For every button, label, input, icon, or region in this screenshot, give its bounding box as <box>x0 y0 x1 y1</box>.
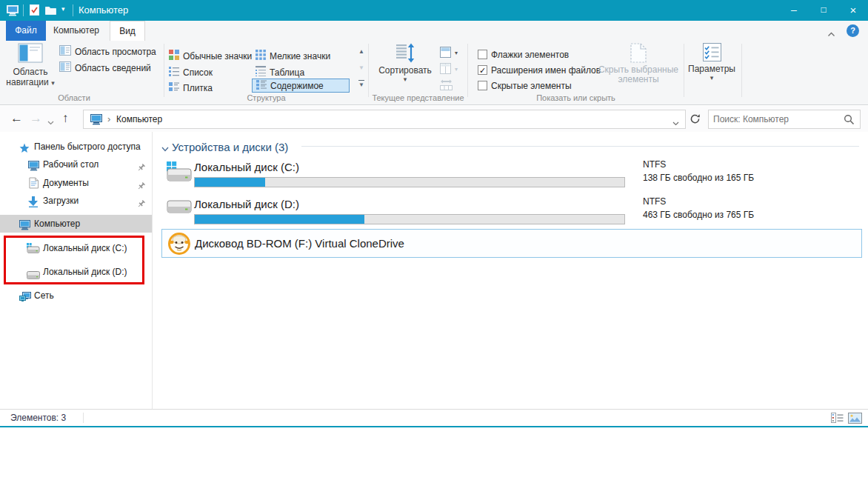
content-view-icon <box>256 79 267 92</box>
layout-more-icon[interactable]: ▼ <box>358 80 364 88</box>
breadcrumb-path[interactable]: Компьютер <box>116 114 162 124</box>
details-view-toggle-icon[interactable] <box>831 413 844 425</box>
collapse-ribbon-icon[interactable] <box>827 29 835 39</box>
breadcrumb-bar[interactable]: › Компьютер <box>83 110 686 129</box>
forward-button[interactable]: → <box>30 111 42 126</box>
list-view-icon <box>169 66 179 79</box>
group-collapse-icon[interactable] <box>161 144 169 154</box>
search-icon[interactable] <box>844 114 855 127</box>
checkbox[interactable] <box>478 81 487 90</box>
checkbox-item-checkboxes[interactable]: Флажки элементов <box>478 47 569 61</box>
app-icon <box>7 5 19 19</box>
qat-new-folder-button[interactable] <box>45 6 56 17</box>
view-label: Мелкие значки <box>270 51 330 61</box>
content-pane: Устройства и диски (3) Локальный диск (C… <box>153 132 868 409</box>
sidebar-item-downloads[interactable]: Загрузки <box>0 192 152 210</box>
panes-group-label: Области <box>7 93 141 102</box>
titlebar-separator <box>23 4 24 16</box>
sidebar-item-label: Документы <box>43 174 89 192</box>
search-box[interactable] <box>708 110 861 129</box>
view-list[interactable]: Список <box>169 65 213 79</box>
group-by-icon <box>440 47 451 60</box>
layout-scroll-up-icon[interactable]: ▲ <box>358 48 364 55</box>
help-icon[interactable]: ? <box>847 24 859 37</box>
preview-pane-button[interactable]: Область просмотра <box>59 44 156 59</box>
navigation-pane-label-line2: навигации ▾ <box>4 77 56 87</box>
view-normal-icons[interactable]: Обычные значки <box>169 49 252 63</box>
navigation-pane-button[interactable]: Область навигации ▾ <box>4 43 56 90</box>
drive-c-usage-bar <box>194 177 625 187</box>
tab-file[interactable]: Файл <box>6 21 46 41</box>
recent-locations-dropdown-icon[interactable] <box>47 117 54 127</box>
sort-icon <box>395 55 415 65</box>
address-bar: ← → ↑ › Компьютер <box>0 106 868 132</box>
thumbnail-view-toggle-icon[interactable] <box>848 413 862 426</box>
view-content[interactable]: Содержимое <box>252 79 350 93</box>
back-button[interactable]: ← <box>10 111 23 126</box>
add-columns-button[interactable]: ▾ <box>440 62 458 76</box>
group-by-button[interactable]: ▾ <box>440 46 458 60</box>
drive-name: Дисковод BD-ROM (F:) Virtual CloneDrive <box>195 230 404 257</box>
breadcrumb-separator[interactable]: › <box>107 113 110 124</box>
tab-computer[interactable]: Компьютер <box>47 21 105 41</box>
ribbon: Область навигации ▾ Область просмотра Об… <box>0 41 868 105</box>
refresh-icon[interactable] <box>690 113 701 127</box>
view-table[interactable]: Таблица <box>256 65 304 79</box>
qat-customize-dropdown[interactable]: ▾ <box>61 5 65 13</box>
view-small-icons[interactable]: Мелкие значки <box>256 49 330 63</box>
statusbar-divider <box>83 413 84 423</box>
sidebar-item-label: Компьютер <box>34 215 80 233</box>
window-title: Компьютер <box>79 0 128 21</box>
hide-selected-button: Скрыть выбранные элементы <box>583 43 694 92</box>
drive-d-icon <box>167 200 192 220</box>
sidebar-item-documents[interactable]: Документы <box>0 174 152 192</box>
drive-name: Локальный диск (C:) <box>194 161 299 173</box>
checkbox[interactable]: ✓ <box>478 65 487 75</box>
hide-selected-icon <box>630 55 647 65</box>
search-input[interactable] <box>713 111 844 127</box>
view-label: Содержимое <box>270 81 324 91</box>
up-button[interactable]: ↑ <box>62 111 69 126</box>
group-header[interactable]: Устройства и диски (3) <box>172 141 288 153</box>
size-columns-button[interactable] <box>440 79 453 93</box>
sort-button[interactable]: Сортировать ▾ <box>374 43 436 92</box>
close-button[interactable]: × <box>838 0 868 21</box>
drive-d-usage-bar <box>194 214 625 224</box>
details-pane-icon <box>59 61 71 74</box>
address-dropdown-icon[interactable] <box>672 118 679 128</box>
clonedrive-sheep-icon <box>167 232 191 258</box>
main-area: Панель быстрого доступа Рабочий стол Док… <box>0 132 868 409</box>
ribbon-separator <box>684 44 684 97</box>
qat-properties-button[interactable] <box>30 4 39 18</box>
tab-view[interactable]: Вид <box>110 21 145 41</box>
drive-filesystem: NTFS <box>643 196 666 207</box>
sidebar-item-label: Панель быстрого доступа <box>34 138 141 156</box>
maximize-button[interactable]: □ <box>809 0 838 21</box>
add-columns-icon <box>440 63 451 76</box>
preview-pane-label: Область просмотра <box>75 47 156 57</box>
sidebar-item-computer[interactable]: Компьютер <box>0 215 152 233</box>
pin-icon <box>137 196 145 214</box>
downloads-icon <box>28 196 39 213</box>
checkbox-item-hidden-items[interactable]: Скрытые элементы <box>478 79 572 93</box>
sidebar-item-quick-access[interactable]: Панель быстрого доступа <box>0 138 152 156</box>
sidebar-item-desktop[interactable]: Рабочий стол <box>0 156 152 173</box>
sidebar-item-network[interactable]: Сеть <box>0 287 152 304</box>
layout-scroll-down-icon[interactable]: ▼ <box>358 64 364 71</box>
details-pane-label: Область сведений <box>75 63 151 73</box>
normal-icons-icon <box>169 50 179 62</box>
group-header-rule <box>301 146 859 147</box>
ribbon-separator <box>164 44 164 97</box>
details-pane-button[interactable]: Область сведений <box>59 61 151 75</box>
annotation-red-box <box>4 236 144 284</box>
ribbon-tab-row: Файл Компьютер Вид ? <box>0 21 868 41</box>
options-button[interactable]: Параметры ▾ <box>685 43 738 92</box>
preview-pane-icon <box>59 45 71 58</box>
drive-row-bdrom[interactable]: Дисковод BD-ROM (F:) Virtual CloneDrive <box>161 229 862 258</box>
checkbox[interactable] <box>478 50 487 59</box>
options-dropdown-icon: ▾ <box>685 74 738 81</box>
drive-name: Локальный диск (D:) <box>194 198 299 210</box>
current-view-group-label: Текущее представление <box>369 93 467 102</box>
minimize-button[interactable]: – <box>779 0 809 21</box>
sort-dropdown-icon: ▾ <box>374 76 436 83</box>
